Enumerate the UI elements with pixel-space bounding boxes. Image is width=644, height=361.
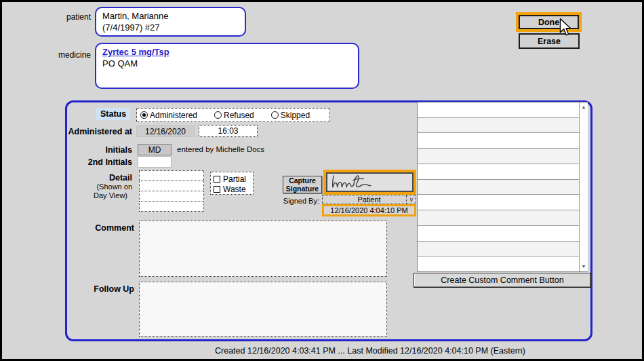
comment-label: Comment bbox=[66, 223, 134, 233]
detail-label: Detail bbox=[64, 173, 132, 183]
checkbox-icon bbox=[214, 176, 220, 183]
entered-by-text: entered by Michelle Docs bbox=[177, 145, 264, 153]
detail-input-4[interactable] bbox=[139, 201, 204, 212]
detail-note-line2: Day View) bbox=[60, 191, 127, 200]
chevron-down-icon: ∨ bbox=[406, 195, 415, 204]
signed-by-dropdown[interactable]: Patient ∨ bbox=[322, 195, 416, 204]
second-initials-label: 2nd Initials bbox=[58, 157, 132, 167]
detail-inputs bbox=[139, 171, 204, 212]
patient-label: patient bbox=[30, 12, 91, 22]
list-item[interactable] bbox=[418, 164, 587, 180]
partial-waste-group: Partial Waste bbox=[210, 172, 254, 195]
second-initials-field[interactable] bbox=[138, 156, 172, 168]
scroll-down-icon[interactable]: ▼ bbox=[580, 263, 588, 270]
initials-label: Initials bbox=[64, 145, 132, 155]
list-item[interactable] bbox=[418, 226, 587, 242]
list-item[interactable] bbox=[418, 256, 587, 271]
patient-meta: (7/4/1997) #27 bbox=[102, 22, 239, 33]
medicine-field: Zyrtec 5 mg/Tsp PO QAM bbox=[95, 43, 359, 89]
patient-field[interactable]: Martin, Marianne (7/4/1997) #27 bbox=[95, 7, 246, 37]
created-modified-status: Created 12/16/2020 4:03:41 PM ... Last M… bbox=[94, 346, 644, 356]
scroll-up-icon[interactable]: ▲ bbox=[580, 104, 588, 111]
follow-up-textarea[interactable] bbox=[139, 282, 387, 337]
detail-input-3[interactable] bbox=[139, 191, 204, 202]
signature-timestamp: 12/16/2020 4:04:10 PM bbox=[322, 204, 416, 216]
detail-note-line1: (Shown on bbox=[64, 183, 132, 191]
administered-time-field[interactable]: 16:03 bbox=[199, 125, 258, 137]
patient-name: Martin, Marianne bbox=[102, 10, 239, 22]
list-item[interactable] bbox=[418, 180, 587, 195]
comment-textarea[interactable] bbox=[139, 221, 387, 277]
list-scrollbar[interactable]: ▲ ▼ bbox=[579, 102, 588, 271]
signature-scribble bbox=[327, 174, 409, 191]
radio-refused[interactable]: Refused bbox=[214, 111, 254, 120]
list-item[interactable] bbox=[418, 242, 587, 257]
medicine-link[interactable]: Zyrtec 5 mg/Tsp bbox=[102, 47, 169, 57]
list-item[interactable] bbox=[418, 210, 587, 226]
initials-field[interactable]: MD bbox=[138, 144, 172, 155]
comment-buttons-list bbox=[417, 102, 588, 272]
follow-up-label: Follow Up bbox=[66, 284, 134, 294]
list-item[interactable] bbox=[418, 149, 587, 164]
radio-circle-icon bbox=[271, 111, 279, 119]
administered-date-field[interactable]: 12/16/2020 bbox=[136, 126, 195, 137]
status-radio-group: Administered Refused Skipped bbox=[136, 108, 330, 122]
medication-admin-dialog: patient Martin, Marianne (7/4/1997) #27 … bbox=[0, 0, 644, 361]
done-button-highlight: Done bbox=[516, 12, 582, 32]
waste-checkbox-row[interactable]: Waste bbox=[214, 184, 253, 194]
checkbox-icon bbox=[214, 186, 220, 193]
create-custom-comment-button[interactable]: Create Custom Comment Button bbox=[414, 273, 591, 288]
administered-at-label: Administered at bbox=[43, 127, 132, 136]
radio-circle-icon bbox=[140, 111, 148, 119]
medicine-label: medicine bbox=[30, 50, 91, 60]
mouse-cursor-icon bbox=[559, 18, 571, 36]
list-item[interactable] bbox=[418, 118, 587, 134]
signed-by-label: Signed By: bbox=[277, 197, 319, 205]
medicine-directions: PO QAM bbox=[102, 58, 352, 69]
capture-signature-button[interactable]: Capture Signature bbox=[283, 176, 322, 193]
radio-administered[interactable]: Administered bbox=[140, 111, 197, 120]
partial-checkbox-row[interactable]: Partial bbox=[214, 174, 253, 184]
detail-input-1[interactable] bbox=[139, 170, 204, 181]
list-item[interactable] bbox=[418, 102, 587, 118]
list-item[interactable] bbox=[418, 133, 587, 149]
radio-circle-icon bbox=[214, 111, 222, 119]
list-item[interactable] bbox=[418, 195, 587, 210]
status-label: Status bbox=[96, 108, 130, 120]
signature-pad[interactable] bbox=[326, 172, 414, 192]
radio-skipped[interactable]: Skipped bbox=[271, 111, 310, 120]
signature-highlight bbox=[323, 170, 416, 195]
detail-input-2[interactable] bbox=[139, 180, 204, 191]
